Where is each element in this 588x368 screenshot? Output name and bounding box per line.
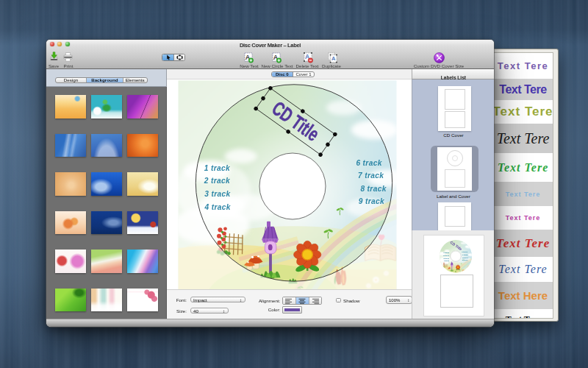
svg-text:6 track: 6 track bbox=[462, 251, 468, 253]
svg-text:4 track: 4 track bbox=[204, 203, 232, 211]
svg-text:2 track: 2 track bbox=[204, 177, 231, 185]
svg-text:7 track: 7 track bbox=[358, 171, 384, 180]
svg-text:1 track: 1 track bbox=[443, 252, 450, 254]
svg-text:4 track: 4 track bbox=[443, 260, 450, 262]
svg-text:3 track: 3 track bbox=[204, 190, 231, 198]
svg-text:6 track: 6 track bbox=[356, 159, 382, 167]
svg-text:7 track: 7 track bbox=[462, 254, 469, 256]
svg-text:9 track: 9 track bbox=[359, 197, 385, 205]
svg-text:A: A bbox=[331, 55, 336, 62]
svg-text:9 track: 9 track bbox=[462, 259, 469, 261]
svg-text:2 track: 2 track bbox=[443, 255, 450, 257]
svg-text:1 track: 1 track bbox=[204, 164, 231, 172]
svg-text:8 track: 8 track bbox=[462, 257, 469, 259]
svg-text:3 track: 3 track bbox=[443, 258, 450, 260]
svg-text:8 track: 8 track bbox=[360, 185, 387, 193]
